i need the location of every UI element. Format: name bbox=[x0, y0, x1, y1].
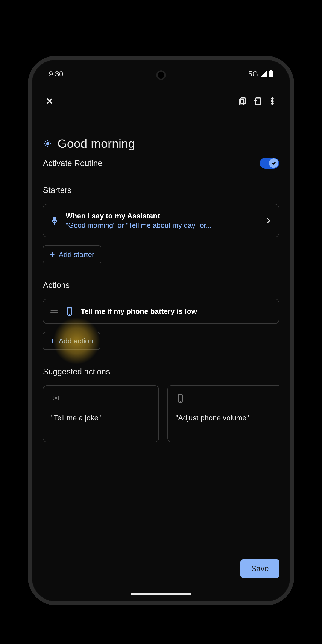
starters-heading: Starters bbox=[43, 186, 279, 195]
svg-point-4 bbox=[272, 100, 273, 102]
nav-pill[interactable] bbox=[131, 593, 191, 595]
svg-point-6 bbox=[46, 142, 49, 145]
suggested-text: "Adjust phone volume" bbox=[176, 414, 275, 422]
starter-title: When I say to my Assistant bbox=[66, 212, 258, 220]
activate-toggle[interactable] bbox=[260, 158, 279, 168]
suggested-card[interactable]: "Adjust phone volume" bbox=[168, 385, 279, 442]
status-bar: 9:30 5G bbox=[40, 67, 282, 81]
actions-heading: Actions bbox=[43, 280, 279, 290]
more-vert-icon bbox=[268, 97, 277, 106]
toggle-knob bbox=[269, 158, 278, 168]
suggested-row[interactable]: "Tell me a joke" "Adjust phone volume" bbox=[43, 385, 279, 442]
side-button bbox=[293, 360, 294, 390]
copy-icon bbox=[238, 97, 247, 106]
svg-point-5 bbox=[272, 103, 273, 104]
drag-handle-icon[interactable] bbox=[50, 310, 58, 313]
action-card[interactable]: Tell me if my phone battery is low bbox=[43, 299, 279, 324]
add-action-button[interactable]: + Add action bbox=[43, 332, 100, 350]
battery-icon bbox=[269, 71, 273, 77]
divider bbox=[71, 437, 151, 438]
svg-rect-1 bbox=[240, 100, 244, 105]
save-bar: Save bbox=[32, 560, 290, 578]
status-right: 5G bbox=[248, 70, 273, 78]
suggested-text: "Tell me a joke" bbox=[51, 414, 151, 422]
svg-point-3 bbox=[272, 98, 273, 100]
activate-label: Activate Routine bbox=[43, 159, 102, 168]
screen: 9:30 5G bbox=[32, 60, 290, 602]
svg-rect-7 bbox=[54, 216, 56, 221]
routine-title-row: Good morning bbox=[43, 136, 279, 150]
microphone-icon bbox=[50, 216, 59, 226]
add-starter-label: Add starter bbox=[58, 250, 94, 259]
divider bbox=[196, 437, 275, 438]
signal-icon bbox=[260, 71, 266, 77]
svg-point-11 bbox=[55, 397, 57, 400]
close-button[interactable] bbox=[42, 94, 57, 108]
overflow-menu-button[interactable] bbox=[265, 94, 280, 108]
stage: 9:30 5G bbox=[0, 0, 322, 644]
phone-icon bbox=[176, 394, 185, 403]
suggested-heading: Suggested actions bbox=[43, 367, 279, 376]
plus-icon: + bbox=[50, 336, 55, 345]
check-icon bbox=[271, 160, 276, 166]
shortcut-icon bbox=[253, 97, 262, 106]
starter-subtitle: "Good morning" or "Tell me about my day"… bbox=[66, 221, 258, 230]
phone-icon bbox=[65, 306, 74, 316]
svg-rect-0 bbox=[241, 98, 245, 104]
close-icon bbox=[45, 97, 54, 106]
phone-frame: 9:30 5G bbox=[28, 56, 294, 605]
action-text: Tell me if my phone battery is low bbox=[81, 307, 197, 316]
side-button bbox=[293, 296, 294, 345]
network-label: 5G bbox=[248, 70, 258, 78]
activate-row: Activate Routine bbox=[43, 158, 279, 168]
plus-icon: + bbox=[50, 250, 55, 259]
copy-button[interactable] bbox=[235, 94, 250, 108]
routine-title: Good morning bbox=[58, 136, 135, 150]
save-button[interactable]: Save bbox=[240, 560, 280, 578]
sunrise-icon bbox=[43, 139, 52, 148]
chevron-right-icon bbox=[264, 217, 272, 224]
add-starter-button[interactable]: + Add starter bbox=[43, 245, 101, 264]
app-bar bbox=[40, 94, 282, 108]
suggested-card[interactable]: "Tell me a joke" bbox=[43, 385, 159, 442]
side-button bbox=[293, 214, 294, 264]
add-to-home-button[interactable] bbox=[250, 94, 265, 108]
status-time: 9:30 bbox=[49, 70, 63, 78]
starter-card[interactable]: When I say to my Assistant "Good morning… bbox=[43, 204, 279, 237]
add-action-label: Add action bbox=[58, 337, 93, 345]
broadcast-icon bbox=[51, 394, 60, 403]
